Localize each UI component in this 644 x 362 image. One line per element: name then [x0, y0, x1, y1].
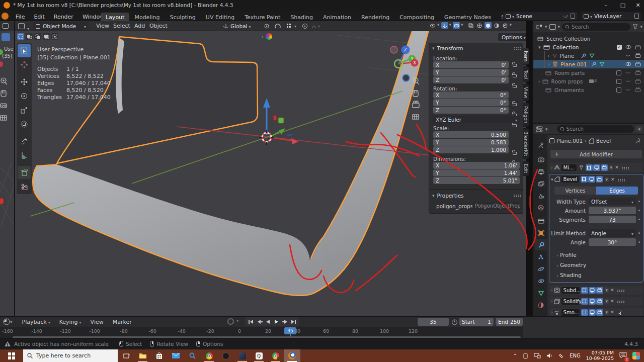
tab-constraints-icon[interactable]: [535, 276, 547, 287]
filter-display-icon[interactable]: [549, 24, 556, 30]
show-overlays-icon[interactable]: [453, 22, 460, 29]
expand-icon[interactable]: ›: [548, 62, 550, 67]
file-explorer-icon[interactable]: [134, 349, 151, 362]
select-new-icon[interactable]: [17, 33, 24, 40]
chrome-icon[interactable]: [201, 349, 217, 362]
lock-icon[interactable]: [513, 124, 517, 127]
snap-proportional-icons[interactable]: ▾ ▾: [263, 22, 328, 30]
section-profile[interactable]: › Profile: [556, 252, 643, 258]
close-button[interactable]: ✕: [634, 2, 642, 9]
mode-selector[interactable]: Object Mode: [33, 22, 89, 30]
angle-field[interactable]: 30°: [589, 238, 636, 246]
render-display-icon[interactable]: [596, 176, 603, 183]
outliner-row-ornaments[interactable]: Ornaments: [533, 85, 644, 94]
camera-restrict-icon[interactable]: [635, 87, 641, 92]
language-indicator[interactable]: ENG: [570, 353, 581, 358]
camera-restrict-icon[interactable]: [635, 70, 641, 75]
visibility-chevron-icon[interactable]: ▾: [437, 22, 440, 29]
scene-pin-icon[interactable]: ⤻: [563, 14, 568, 19]
sidebar-tab-view[interactable]: View: [523, 84, 529, 101]
eye-closed-icon[interactable]: [625, 80, 631, 83]
modifier-row-solidify[interactable]: › Solidify ▾ ✕: [549, 297, 643, 306]
tab-render-icon[interactable]: [535, 154, 547, 165]
panel-grip-icon[interactable]: [514, 195, 515, 196]
outliner-row-room-props[interactable]: › Room props 4: [533, 77, 644, 85]
viewlayer-copy-icon[interactable]: [634, 14, 639, 19]
rotation-y-field[interactable]: Y0°: [433, 99, 509, 106]
animate-dot[interactable]: [638, 201, 640, 202]
animate-dot[interactable]: [638, 232, 640, 234]
editor-chevron-icon[interactable]: ▾: [10, 319, 13, 324]
editor-type-chevron-icon[interactable]: [26, 23, 29, 32]
photos-app-icon[interactable]: [234, 349, 251, 362]
mini-select-tool-icon[interactable]: [2, 33, 10, 41]
auto-key-record-icon[interactable]: [227, 318, 234, 325]
tool-select-box[interactable]: [18, 44, 31, 57]
outliner-display-icon[interactable]: [536, 24, 543, 30]
tray-expand-icon[interactable]: ⌃: [513, 353, 517, 358]
camera-restrict-icon[interactable]: [635, 45, 641, 49]
breadcrumb-object[interactable]: Plane.001: [556, 138, 583, 144]
tab-scene-icon[interactable]: [535, 190, 547, 201]
poligon-props-field[interactable]: PoligonObjectProps: [472, 202, 520, 210]
expand-icon[interactable]: ›: [538, 79, 540, 84]
realtime-display-icon[interactable]: [593, 164, 600, 171]
drag-grip-icon[interactable]: [618, 179, 619, 180]
render-display-icon[interactable]: [601, 164, 608, 171]
outliner-row-collection[interactable]: ▾ Collection ✓: [533, 43, 644, 51]
realtime-display-icon[interactable]: [589, 298, 596, 305]
blender-menu-icon[interactable]: [2, 13, 9, 20]
pin-icon[interactable]: [636, 138, 641, 144]
tool-measure[interactable]: [18, 149, 31, 162]
sidebar-tab-poligon[interactable]: Poligon: [523, 103, 529, 127]
eye-closed-icon[interactable]: [625, 71, 631, 74]
expand-icon[interactable]: ›: [551, 299, 553, 304]
play-reverse-button[interactable]: [264, 318, 272, 326]
tab-tool-icon[interactable]: [535, 140, 547, 151]
current-frame-field[interactable]: 35: [418, 318, 449, 326]
menu-render[interactable]: Render: [49, 12, 78, 22]
shading-wireframe-icon[interactable]: [476, 22, 483, 29]
close-icon[interactable]: ✕: [610, 310, 614, 315]
editor-type-icon[interactable]: [3, 23, 9, 29]
lock-icon[interactable]: [513, 85, 517, 88]
operator-panel-toggle[interactable]: ›: [262, 33, 272, 40]
panel-grip-icon[interactable]: [514, 47, 515, 48]
viewlayer-selector[interactable]: ViewLayer: [581, 12, 641, 20]
collection-checkbox[interactable]: ✓: [617, 45, 622, 50]
jump-to-start-button[interactable]: [247, 318, 255, 326]
outliner-search-input[interactable]: Search: [562, 23, 630, 31]
close-icon[interactable]: ✕: [610, 299, 614, 304]
menu-file[interactable]: File: [11, 12, 29, 22]
select-extend-icon[interactable]: [26, 33, 33, 40]
collection-checkbox[interactable]: [616, 79, 621, 84]
select-invert-icon[interactable]: [43, 33, 50, 40]
tab-collection-icon[interactable]: [535, 215, 547, 226]
tab-particles-icon[interactable]: [535, 251, 547, 262]
expand-icon[interactable]: ›: [551, 165, 553, 170]
extras-chevron-icon[interactable]: ▾: [609, 165, 614, 170]
tab-viewlayer-icon[interactable]: [535, 178, 547, 189]
prev-keyframe-button[interactable]: [255, 318, 264, 326]
expand-icon[interactable]: ▾: [538, 45, 541, 50]
section-geometry[interactable]: › Geometry: [556, 262, 643, 268]
location-z-field[interactable]: Z0': [433, 76, 509, 83]
viewport-menu-object[interactable]: Object: [145, 21, 172, 31]
render-display-icon[interactable]: [596, 309, 603, 316]
outliner-row-plane[interactable]: › ▽ Plane: [533, 51, 644, 60]
outliner-row-plane001-selected[interactable]: › ▽ Plane.001: [533, 60, 644, 68]
shading-chevron-icon[interactable]: ▾: [510, 22, 512, 29]
task-view-button[interactable]: [118, 349, 134, 362]
rotation-x-field[interactable]: X0°: [433, 92, 509, 99]
show-visibility-icon[interactable]: [429, 22, 436, 29]
outliner-row-room-parts[interactable]: Room parts: [533, 68, 644, 77]
tab-modifiers-icon[interactable]: [535, 239, 547, 250]
animate-dot[interactable]: [638, 241, 640, 243]
tab-object-data-icon[interactable]: [535, 288, 547, 299]
tab-output-icon[interactable]: [535, 166, 547, 177]
stopwatch-icon[interactable]: [451, 318, 458, 325]
close-icon[interactable]: ✕: [615, 165, 619, 170]
realtime-display-icon[interactable]: [588, 176, 595, 183]
sidebar-tab-blenderkit[interactable]: BlenderKit: [523, 128, 529, 159]
scale-y-field[interactable]: Y0.583: [433, 139, 509, 146]
